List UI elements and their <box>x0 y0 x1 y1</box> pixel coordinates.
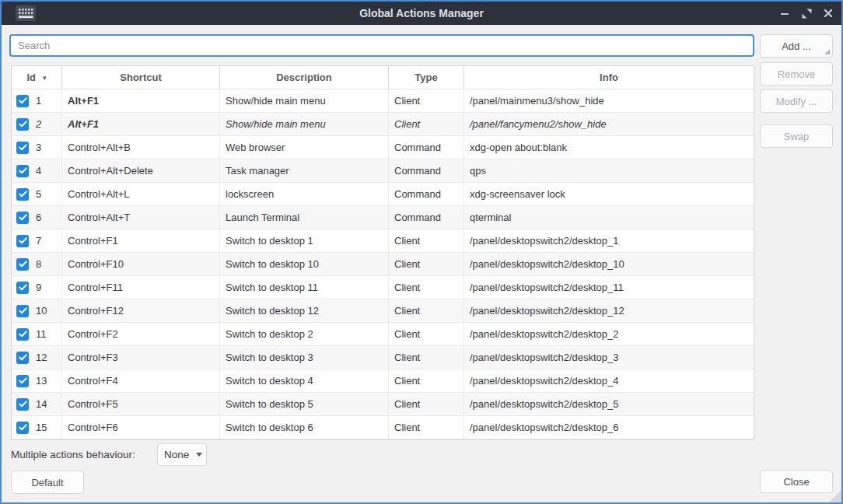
row-checkbox[interactable] <box>16 422 29 434</box>
table-row[interactable]: 3 Control+Alt+B Web browser Command xdg-… <box>12 136 754 159</box>
cell-id: 15 <box>12 416 61 439</box>
cell-id-text: 6 <box>36 212 41 223</box>
table-row[interactable]: 13 Control+F4 Switch to desktop 4 Client… <box>12 369 754 393</box>
window-title: Global Actions Manager <box>2 2 841 25</box>
swap-button[interactable]: Swap <box>760 124 833 148</box>
table-row[interactable]: 10 Control+F12 Switch to desktop 12 Clie… <box>12 299 754 323</box>
row-checkbox[interactable] <box>16 352 29 364</box>
cell-description: Show/hide main menu <box>219 113 388 135</box>
column-header-description[interactable]: Description <box>219 66 388 89</box>
cell-shortcut: Alt+F1 <box>61 113 219 135</box>
table-row[interactable]: 14 Control+F5 Switch to desktop 5 Client… <box>12 393 754 416</box>
cell-info: qps <box>463 159 754 182</box>
titlebar: Global Actions Manager <box>2 2 841 25</box>
table-row[interactable]: 6 Control+Alt+T Launch Terminal Command … <box>12 206 754 229</box>
cell-info: /panel/desktopswitch2/desktop_4 <box>463 369 754 392</box>
table-row[interactable]: 1 Alt+F1 Show/hide main menu Client /pan… <box>12 89 754 113</box>
table-row[interactable]: 7 Control+F1 Switch to desktop 1 Client … <box>12 229 754 253</box>
close-button-label: Close <box>783 476 809 488</box>
column-header-info[interactable]: Info <box>463 66 754 89</box>
cell-shortcut: Control+Alt+Delete <box>61 159 219 182</box>
close-button[interactable]: Close <box>760 470 833 493</box>
cell-id: 8 <box>12 253 61 275</box>
cell-id: 3 <box>12 136 61 159</box>
minimize-icon[interactable] <box>779 8 790 19</box>
cell-type: Command <box>388 136 463 159</box>
table-row[interactable]: 5 Control+Alt+L lockscreen Command xdg-s… <box>12 183 754 206</box>
table-row[interactable]: 2 Alt+F1 Show/hide main menu Client /pan… <box>12 113 754 136</box>
cell-id: 14 <box>12 393 61 415</box>
modify-button-label: Modify ... <box>776 96 817 107</box>
window-controls <box>779 2 834 25</box>
row-checkbox[interactable] <box>16 328 29 341</box>
swap-button-label: Swap <box>784 131 810 142</box>
multiple-actions-combobox[interactable]: None <box>157 443 207 466</box>
row-checkbox[interactable] <box>16 212 29 224</box>
table-row[interactable]: 12 Control+F3 Switch to desktop 3 Client… <box>12 346 754 369</box>
cell-type: Client <box>388 276 463 299</box>
cell-type: Client <box>388 253 463 275</box>
cell-id-text: 4 <box>36 165 41 177</box>
add-button[interactable]: Add ... <box>760 34 833 58</box>
cell-id-text: 10 <box>36 305 47 317</box>
row-checkbox[interactable] <box>16 95 29 107</box>
table-header-row: Id ▾ Shortcut Description Type Info <box>12 66 754 89</box>
cell-id: 10 <box>12 299 61 322</box>
cell-shortcut: Control+Alt+B <box>61 136 219 159</box>
row-checkbox[interactable] <box>16 305 29 317</box>
table-row[interactable]: 15 Control+F6 Switch to desktop 6 Client… <box>12 416 754 439</box>
column-header-shortcut[interactable]: Shortcut <box>61 66 219 89</box>
row-checkbox[interactable] <box>16 188 29 201</box>
cell-shortcut: Control+F3 <box>61 346 219 369</box>
restore-icon[interactable] <box>801 8 812 19</box>
cell-info: /panel/desktopswitch2/desktop_3 <box>463 346 754 369</box>
row-checkbox[interactable] <box>16 142 29 154</box>
search-input[interactable] <box>9 34 754 57</box>
row-checkbox[interactable] <box>16 375 29 387</box>
cell-type: Client <box>388 346 463 369</box>
cell-id-text: 11 <box>36 328 47 340</box>
cell-shortcut: Control+F6 <box>61 416 219 439</box>
row-checkbox[interactable] <box>16 398 29 411</box>
row-checkbox[interactable] <box>16 282 29 294</box>
row-checkbox[interactable] <box>16 258 29 271</box>
cell-info: /panel/desktopswitch2/desktop_12 <box>463 299 754 322</box>
table-row[interactable]: 4 Control+Alt+Delete Task manager Comman… <box>12 159 754 183</box>
cell-description: Switch to desktop 2 <box>219 323 388 345</box>
default-button[interactable]: Default <box>11 471 84 494</box>
cell-type: Client <box>388 89 463 112</box>
cell-info: xdg-open about:blank <box>463 136 754 159</box>
cell-id: 9 <box>12 276 61 299</box>
cell-info: /panel/mainmenu3/show_hide <box>463 89 754 112</box>
check-icon <box>19 237 27 244</box>
cell-shortcut: Control+F10 <box>61 253 219 275</box>
table-row[interactable]: 9 Control+F11 Switch to desktop 11 Clien… <box>12 276 754 299</box>
row-checkbox[interactable] <box>16 235 29 247</box>
modify-button[interactable]: Modify ... <box>760 89 833 113</box>
row-checkbox[interactable] <box>16 118 29 131</box>
remove-button[interactable]: Remove <box>760 62 833 86</box>
column-header-id[interactable]: Id ▾ <box>12 66 61 89</box>
multiple-actions-label: Multiple actions behaviour: <box>11 443 135 466</box>
cell-shortcut: Control+F4 <box>61 369 219 392</box>
cell-shortcut: Control+Alt+L <box>61 183 219 205</box>
cell-id: 1 <box>12 89 61 112</box>
cell-info: xdg-screensaver lock <box>463 183 754 205</box>
row-checkbox[interactable] <box>16 165 29 177</box>
cell-id: 12 <box>12 346 61 369</box>
cell-description: Switch to desktop 10 <box>219 253 388 275</box>
cell-description: Launch Terminal <box>219 206 388 229</box>
table-row[interactable]: 8 Control+F10 Switch to desktop 10 Clien… <box>12 253 754 276</box>
cell-id: 11 <box>12 323 61 345</box>
cell-id-text: 12 <box>36 352 47 363</box>
table-row[interactable]: 11 Control+F2 Switch to desktop 2 Client… <box>12 323 754 346</box>
resize-grip[interactable] <box>829 490 841 502</box>
cell-description: Switch to desktop 3 <box>219 346 388 369</box>
check-icon <box>19 331 27 338</box>
close-icon[interactable] <box>823 8 834 19</box>
column-header-type[interactable]: Type <box>388 66 463 89</box>
cell-shortcut: Control+F5 <box>61 393 219 415</box>
cell-id-text: 8 <box>36 258 41 270</box>
cell-id: 13 <box>12 369 61 392</box>
table-body: 1 Alt+F1 Show/hide main menu Client /pan… <box>12 89 754 439</box>
